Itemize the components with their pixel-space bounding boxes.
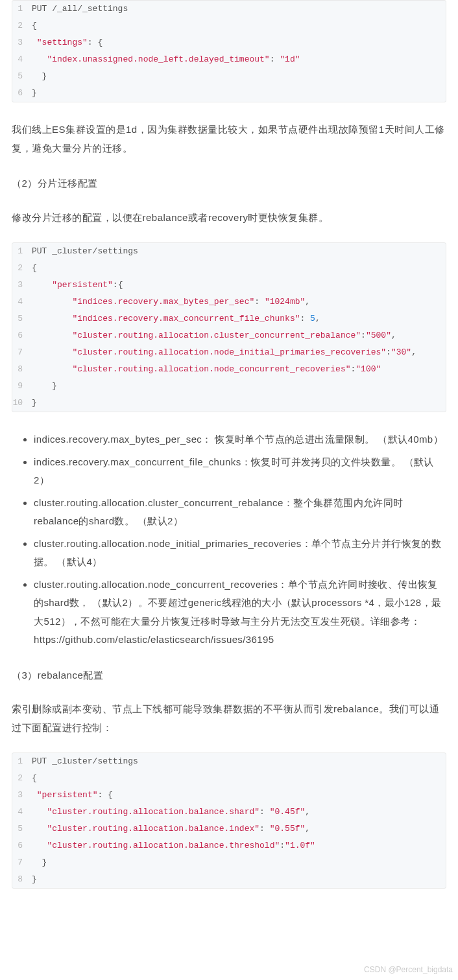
line-number: 2 <box>12 260 32 277</box>
line-number: 5 <box>12 68 32 85</box>
line-number: 1 <box>12 1 32 18</box>
line-number: 4 <box>12 804 32 821</box>
line-number: 4 <box>12 294 32 310</box>
line-content: "cluster.routing.allocation.balance.thre… <box>32 837 446 854</box>
code-line: 5 } <box>12 68 446 85</box>
bullet-list: indices.recovery.max_bytes_per_sec： 恢复时单… <box>12 430 446 649</box>
line-content: "cluster.routing.allocation.balance.inde… <box>32 821 446 837</box>
line-content: "cluster.routing.allocation.node_concurr… <box>32 361 446 378</box>
code-line: 2{ <box>12 260 446 277</box>
line-content: } <box>32 854 446 871</box>
code-line: 9 } <box>12 378 446 395</box>
code-line: 4 "cluster.routing.allocation.balance.sh… <box>12 804 446 821</box>
code-line: 6} <box>12 85 446 102</box>
subheading: （2）分片迁移配置 <box>12 174 446 193</box>
line-content: } <box>32 395 446 412</box>
line-content: } <box>32 378 446 395</box>
list-item: cluster.routing.allocation.node_concurre… <box>34 576 446 649</box>
line-number: 3 <box>12 787 32 804</box>
list-item: indices.recovery.max_concurrent_file_chu… <box>34 453 446 490</box>
line-content: "cluster.routing.allocation.node_initial… <box>32 344 446 361</box>
subheading: （3）rebalance配置 <box>12 666 446 685</box>
code-line: 5 "indices.recovery.max_concurrent_file_… <box>12 310 446 327</box>
line-number: 6 <box>12 837 32 854</box>
line-number: 10 <box>12 395 32 412</box>
code-line: 5 "cluster.routing.allocation.balance.in… <box>12 821 446 837</box>
line-number: 5 <box>12 310 32 327</box>
line-number: 8 <box>12 871 32 888</box>
list-item: indices.recovery.max_bytes_per_sec： 恢复时单… <box>34 430 446 449</box>
code-line: 1PUT /_all/_settings <box>12 1 446 18</box>
line-number: 3 <box>12 277 32 294</box>
code-line: 3 "persistent":{ <box>12 277 446 294</box>
paragraph: 修改分片迁移的配置，以便在rebalance或者recovery时更快恢复集群。 <box>12 209 446 228</box>
line-content: } <box>32 85 446 102</box>
code-line: 3 "settings": { <box>12 34 446 51</box>
code-line: 8 "cluster.routing.allocation.node_concu… <box>12 361 446 378</box>
line-content: "indices.recovery.max_bytes_per_sec": "1… <box>32 294 446 310</box>
line-content: } <box>32 871 446 888</box>
line-number: 8 <box>12 361 32 378</box>
line-content: "cluster.routing.allocation.balance.shar… <box>32 804 446 821</box>
code-block-2: 1PUT _cluster/settings2{3 "persistent":{… <box>12 242 446 412</box>
line-number: 1 <box>12 243 32 260</box>
line-content: PUT /_all/_settings <box>32 1 446 18</box>
code-line: 7 "cluster.routing.allocation.node_initi… <box>12 344 446 361</box>
code-line: 2{ <box>12 770 446 787</box>
code-line: 6 "cluster.routing.allocation.cluster_co… <box>12 327 446 344</box>
line-content: { <box>32 18 446 34</box>
code-line: 8} <box>12 871 446 888</box>
paragraph: 索引删除或副本变动、节点上下线都可能导致集群数据的不平衡从而引发rebalanc… <box>12 700 446 737</box>
line-number: 2 <box>12 770 32 787</box>
line-number: 9 <box>12 378 32 395</box>
line-content: "index.unassigned.node_left.delayed_time… <box>32 51 446 68</box>
code-line: 1PUT _cluster/settings <box>12 753 446 770</box>
line-content: } <box>32 68 446 85</box>
code-line: 4 "indices.recovery.max_bytes_per_sec": … <box>12 294 446 310</box>
line-number: 6 <box>12 85 32 102</box>
code-block-1: 1PUT /_all/_settings2{3 "settings": {4 "… <box>12 0 446 102</box>
line-number: 7 <box>12 854 32 871</box>
code-line: 1PUT _cluster/settings <box>12 243 446 260</box>
list-item: cluster.routing.allocation.node_initial_… <box>34 535 446 572</box>
code-line: 3 "persistent": { <box>12 787 446 804</box>
line-content: "indices.recovery.max_concurrent_file_ch… <box>32 310 446 327</box>
line-number: 6 <box>12 327 32 344</box>
paragraph: 我们线上ES集群设置的是1d，因为集群数据量比较大，如果节点硬件出现故障预留1天… <box>12 121 446 158</box>
line-content: "settings": { <box>32 34 446 51</box>
code-line: 10} <box>12 395 446 412</box>
line-content: PUT _cluster/settings <box>32 243 446 260</box>
code-line: 7 } <box>12 854 446 871</box>
line-content: PUT _cluster/settings <box>32 753 446 770</box>
line-number: 3 <box>12 34 32 51</box>
code-line: 4 "index.unassigned.node_left.delayed_ti… <box>12 51 446 68</box>
line-number: 2 <box>12 18 32 34</box>
code-block-3: 1PUT _cluster/settings2{3 "persistent": … <box>12 752 446 889</box>
code-line: 2{ <box>12 18 446 34</box>
line-number: 5 <box>12 821 32 837</box>
line-number: 4 <box>12 51 32 68</box>
line-content: "persistent":{ <box>32 277 446 294</box>
line-content: { <box>32 260 446 277</box>
line-content: "cluster.routing.allocation.cluster_conc… <box>32 327 446 344</box>
code-line: 6 "cluster.routing.allocation.balance.th… <box>12 837 446 854</box>
list-item: cluster.routing.allocation.cluster_concu… <box>34 494 446 531</box>
line-number: 1 <box>12 753 32 770</box>
line-content: { <box>32 770 446 787</box>
line-content: "persistent": { <box>32 787 446 804</box>
line-number: 7 <box>12 344 32 361</box>
